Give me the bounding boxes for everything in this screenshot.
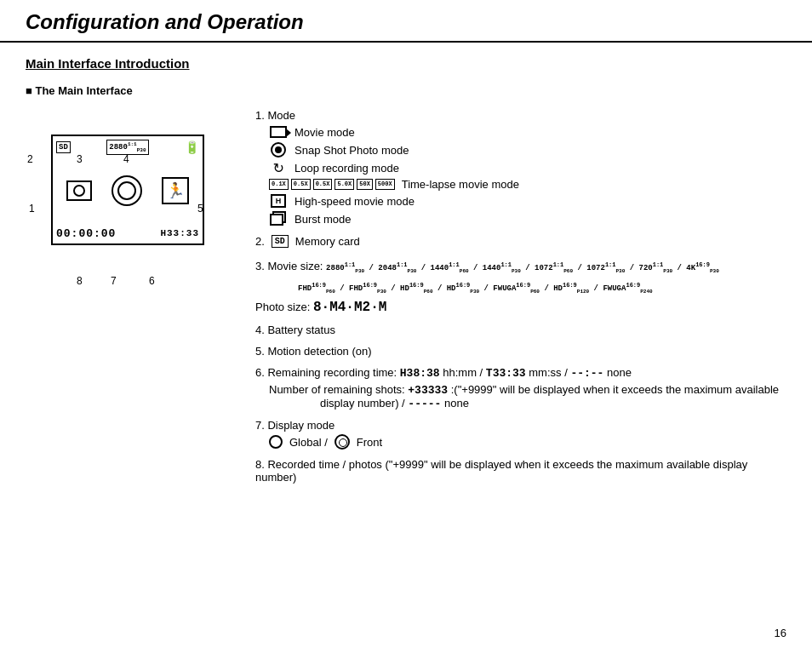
desc-item-5: 5. Motion detection (on) bbox=[255, 345, 786, 358]
cam-middle-row: 🏃 bbox=[56, 175, 199, 206]
item6-shots-none: ----- bbox=[408, 398, 441, 410]
tl-icon-2: 0.5X bbox=[291, 179, 311, 189]
cam-bottom-row: 00:00:00 H33:33 bbox=[56, 227, 199, 240]
label-8: 8 bbox=[77, 275, 83, 287]
cam-lens bbox=[73, 185, 85, 197]
item7-number: 7. Display mode bbox=[255, 419, 335, 432]
movie-mode-icon bbox=[269, 124, 288, 140]
cam-remaining: H33:33 bbox=[160, 228, 199, 238]
label-2: 2 bbox=[27, 153, 33, 165]
label-5: 5 bbox=[197, 203, 203, 215]
description-list: 1. Mode Movie mode Snap Shot Photo mode bbox=[255, 109, 786, 492]
page-number: 16 bbox=[775, 627, 786, 639]
content-area: Main Interface Introduction The Main Int… bbox=[0, 43, 812, 506]
mode-row-timelapse: 0.1X 0.5X 0.5X 5.0X 50X 500X Time-lapse … bbox=[269, 178, 786, 191]
label-1: 1 bbox=[29, 203, 35, 215]
photo-size-value: 8·M4·M2·M bbox=[313, 300, 386, 315]
timelapse-mode-label: Time-lapse movie mode bbox=[402, 178, 519, 191]
loop-mode-label: Loop recording mode bbox=[294, 162, 399, 175]
item6-time2: T33:33 bbox=[486, 367, 526, 380]
item3-photo-size: Photo size: 8·M4·M2·M bbox=[255, 300, 786, 315]
desc-item-2: 2. SD Memory card bbox=[255, 235, 786, 248]
cam-top-row: SD 28801:1P30 🔋 bbox=[56, 140, 199, 155]
highspeed-mode-icon: H bbox=[269, 193, 288, 209]
global-icon bbox=[269, 435, 283, 449]
desc-item-6: 6. Remaining recording time: H38:38 hh:m… bbox=[255, 366, 786, 410]
movie-sizes-2: FHD16:9P60 / FHD16:9P30 / HD16:9P60 / HD… bbox=[298, 284, 653, 293]
loop-icon-shape: ↺ bbox=[273, 160, 284, 176]
diagram-container: 2 3 4 SD 28801:1P30 🔋 bbox=[26, 135, 230, 284]
item8-label: 8. Recorded time / photos ("+9999" will … bbox=[255, 458, 747, 484]
item7-display-row: Global / Front bbox=[269, 434, 786, 450]
item7-front-label: Front bbox=[357, 436, 382, 449]
page-header: Configuration and Operation bbox=[0, 0, 812, 43]
movie-icon-shape bbox=[270, 126, 287, 138]
movie-cam-icon bbox=[66, 180, 92, 201]
camera-diagram: 2 3 4 SD 28801:1P30 🔋 bbox=[26, 117, 230, 284]
loop-mode-icon: ↺ bbox=[269, 160, 288, 175]
item6-hhmm: hh:mm / bbox=[443, 366, 486, 379]
item1-label: 1. Mode bbox=[255, 109, 786, 122]
label-7: 7 bbox=[111, 275, 117, 287]
item7-global-label: Global / bbox=[289, 436, 328, 449]
memory-card-icon: SD bbox=[272, 235, 289, 248]
desc-item-3: 3. Movie size: 28801:1P30 / 20481:1P30 /… bbox=[255, 256, 786, 315]
timelapse-icons: 0.1X 0.5X 0.5X 5.0X 50X 500X bbox=[269, 179, 395, 189]
mode-row-highspeed: H High-speed movie mode bbox=[269, 193, 786, 209]
desc-item-1: 1. Mode Movie mode Snap Shot Photo mode bbox=[255, 109, 786, 226]
page-title: Configuration and Operation bbox=[26, 10, 786, 34]
item3-movie-size: 3. Movie size: 28801:1P30 / 20481:1P30 /… bbox=[255, 256, 786, 296]
item6-shots-note2: display number) / bbox=[320, 397, 408, 410]
desc-item-8: 8. Recorded time / photos ("+9999" will … bbox=[255, 458, 786, 484]
tl-icon-6: 500X bbox=[375, 179, 395, 189]
item6-none-label: none bbox=[607, 366, 632, 379]
mode-row-snap: Snap Shot Photo mode bbox=[269, 142, 786, 158]
item6-shots-value: +33333 bbox=[408, 384, 448, 397]
snap-icon-shape bbox=[271, 142, 286, 158]
burst-icon-shape bbox=[270, 211, 287, 226]
sd-label: SD bbox=[56, 141, 71, 153]
desc-item-4: 4. Battery status bbox=[255, 324, 786, 336]
tl-icon-4: 5.0X bbox=[335, 179, 354, 189]
sub-section-title: The Main Interface bbox=[26, 84, 786, 97]
item2-row: 2. SD Memory card bbox=[255, 235, 786, 248]
movie-mode-label: Movie mode bbox=[294, 126, 355, 139]
item6-shots-note: :("+9999" will be displayed when it exce… bbox=[451, 383, 779, 396]
snap-mode-icon bbox=[269, 142, 288, 158]
burst-front bbox=[270, 214, 283, 226]
burst-mode-icon bbox=[269, 211, 288, 226]
item6-shots-row: Number of remaining shots: +33333 :("+99… bbox=[269, 383, 786, 410]
motion-figure: 🏃 bbox=[166, 181, 185, 200]
item6-shots-none-label: none bbox=[444, 397, 469, 410]
cam-time: 00:00:00 bbox=[56, 227, 116, 240]
item6-time-row: 6. Remaining recording time: H38:38 hh:m… bbox=[255, 366, 786, 380]
highspeed-icon-shape: H bbox=[271, 194, 286, 208]
mode-row-loop: ↺ Loop recording mode bbox=[269, 160, 786, 175]
tl-icon-1: 0.1X bbox=[269, 179, 289, 189]
item6-time1: H38:38 bbox=[400, 367, 440, 380]
label-6: 6 bbox=[149, 275, 155, 287]
item7-label-row: 7. Display mode bbox=[255, 419, 786, 432]
item2-label: Memory card bbox=[295, 235, 360, 248]
two-column-layout: 2 3 4 SD 28801:1P30 🔋 bbox=[26, 109, 786, 492]
size-label: 28801:1P30 bbox=[106, 140, 148, 155]
lens-icon bbox=[112, 175, 142, 206]
item6-label: 6. Remaining recording time: bbox=[255, 366, 400, 379]
motion-icon: 🏃 bbox=[162, 177, 189, 204]
item6-mmss: mm:ss / bbox=[529, 366, 570, 379]
lens-inner bbox=[117, 181, 136, 200]
item4-label: 4. Battery status bbox=[255, 324, 335, 336]
item6-none: --:-- bbox=[570, 367, 603, 380]
item3-number: 3. Movie size: bbox=[255, 260, 326, 272]
mode-row-movie: Movie mode bbox=[269, 124, 786, 140]
cam-body bbox=[66, 180, 92, 201]
camera-box: SD 28801:1P30 🔋 bbox=[51, 135, 204, 245]
mode-row-burst: Burst mode bbox=[269, 211, 786, 226]
snap-mode-label: Snap Shot Photo mode bbox=[294, 144, 409, 157]
battery-icon: 🔋 bbox=[185, 140, 199, 154]
tl-icon-5: 50X bbox=[357, 179, 373, 189]
desc-item-7: 7. Display mode Global / Front bbox=[255, 419, 786, 450]
item6-shots-label: Number of remaining shots: bbox=[269, 383, 408, 396]
burst-mode-label: Burst mode bbox=[294, 213, 351, 226]
highspeed-mode-label: High-speed movie mode bbox=[294, 195, 415, 208]
